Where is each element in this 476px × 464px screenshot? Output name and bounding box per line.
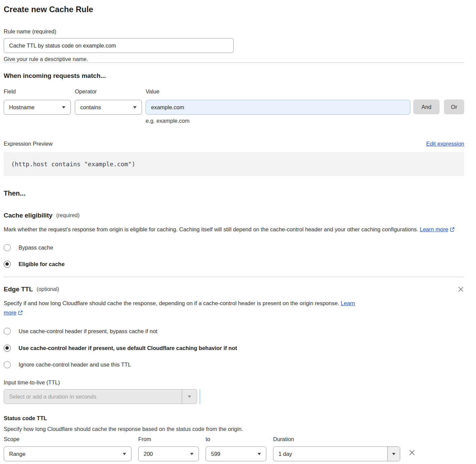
radio-icon[interactable] xyxy=(4,345,11,352)
chevron-down-icon xyxy=(392,453,395,455)
field-column: Field Hostname xyxy=(4,88,71,115)
status-code-ttl-heading: Status code TTL xyxy=(4,415,464,422)
and-button[interactable]: And xyxy=(413,99,440,114)
then-heading: Then... xyxy=(4,190,464,197)
to-label: to xyxy=(206,436,266,442)
from-select[interactable]: 200 xyxy=(138,446,199,461)
edge-ttl-header: Edge TTL (optional) xyxy=(4,286,464,293)
value-label: Value xyxy=(146,88,410,95)
edge-ttl-close-button[interactable] xyxy=(457,286,464,293)
cache-eligibility-description: Mark whether the request’s response from… xyxy=(4,225,464,234)
scope-select[interactable]: Range xyxy=(4,446,131,461)
rule-name-section: Rule name (required) Give your rule a de… xyxy=(4,28,464,62)
chevron-down-icon xyxy=(133,106,137,109)
chevron-down-icon xyxy=(190,453,194,455)
edge-ttl-heading: Edge TTL xyxy=(4,286,33,293)
learn-more-link[interactable]: Learn more xyxy=(420,226,448,232)
radio-option-label: Use cache-control header if present, byp… xyxy=(19,328,157,335)
rule-name-input[interactable] xyxy=(4,38,234,53)
optional-qualifier: (optional) xyxy=(37,286,59,292)
create-cache-rule-form: Create new Cache Rule Rule name (require… xyxy=(0,0,476,464)
from-column: From 200 xyxy=(138,436,199,461)
expression-code-text: (http.host contains "example.com") xyxy=(11,161,135,168)
scope-column: Scope Range xyxy=(4,436,131,461)
ttl-select-row: Select or add a duration in seconds xyxy=(4,389,464,404)
external-link-icon xyxy=(18,310,23,315)
to-select[interactable]: 599 xyxy=(206,446,266,461)
value-helper: e.g. example.com xyxy=(146,118,410,124)
field-select[interactable]: Hostname xyxy=(4,100,71,115)
expression-preview-label: Expression Preview xyxy=(4,141,53,147)
scope-label: Scope xyxy=(4,436,131,442)
radio-option-bypass-cache[interactable]: Bypass cache xyxy=(4,244,464,251)
chevron-down-icon xyxy=(258,453,261,455)
value-input[interactable] xyxy=(146,100,410,115)
duration-column: Duration 1 day xyxy=(273,436,400,461)
edit-expression-link[interactable]: Edit expression xyxy=(426,141,464,147)
close-icon xyxy=(457,286,464,293)
operator-label: Operator xyxy=(75,88,142,95)
match-expression-row: Field Hostname Operator contains Value e… xyxy=(4,88,464,124)
external-link-icon xyxy=(450,227,455,232)
status-code-ttl-row: Scope Range From 200 to 599 xyxy=(4,436,464,461)
duration-select-value: 1 day xyxy=(273,451,387,457)
scope-select-value: Range xyxy=(9,451,26,457)
operator-select-value: contains xyxy=(80,104,101,111)
duration-label: Duration xyxy=(273,436,400,442)
chevron-down-icon xyxy=(123,453,126,455)
rule-name-label: Rule name (required) xyxy=(4,28,464,35)
match-heading: When incoming requests match... xyxy=(4,72,464,80)
radio-icon[interactable] xyxy=(4,328,11,335)
radio-option-ignore-header[interactable]: Ignore cache-control header and use this… xyxy=(4,361,464,368)
page-title: Create new Cache Rule xyxy=(4,5,464,14)
cache-eligibility-heading: Cache eligibility xyxy=(4,212,53,219)
ttl-duration-select[interactable]: Select or add a duration in seconds xyxy=(4,389,197,404)
rule-name-helper: Give your rule a descriptive name. xyxy=(4,56,464,62)
label-spacer xyxy=(413,88,440,99)
radio-option-use-header-default[interactable]: Use cache-control header if present, use… xyxy=(4,345,464,352)
field-select-value: Hostname xyxy=(9,104,34,111)
to-column: to 599 xyxy=(206,436,266,461)
and-column: And xyxy=(413,88,440,114)
radio-option-eligible-for-cache[interactable]: Eligible for cache xyxy=(4,261,464,268)
delete-status-code-row-button[interactable] xyxy=(408,449,416,456)
from-label: From xyxy=(138,436,199,442)
ttl-select-placeholder: Select or add a duration in seconds xyxy=(4,389,182,404)
or-button[interactable]: Or xyxy=(444,99,464,114)
match-section: When incoming requests match... Field Ho… xyxy=(4,72,464,124)
expression-preview-header: Expression Preview Edit expression xyxy=(4,141,464,147)
cache-eligibility-description-text: Mark whether the request’s response from… xyxy=(4,226,418,232)
radio-option-label: Eligible for cache xyxy=(19,261,65,267)
radio-option-label: Use cache-control header if present, use… xyxy=(19,345,237,351)
chevron-down-icon xyxy=(62,106,65,109)
radio-icon[interactable] xyxy=(4,261,11,268)
to-select-value: 599 xyxy=(211,451,220,457)
close-icon xyxy=(408,449,416,456)
duration-select[interactable]: 1 day xyxy=(273,446,400,461)
text-cursor-indicator xyxy=(200,389,200,404)
radio-option-label: Bypass cache xyxy=(19,244,53,251)
operator-select[interactable]: contains xyxy=(75,100,142,115)
edge-ttl-description: Specify if and how long Cloudflare shoul… xyxy=(4,298,368,317)
radio-icon[interactable] xyxy=(4,244,11,251)
cache-eligibility-section: Cache eligibility (required) Mark whethe… xyxy=(4,212,464,268)
required-qualifier: (required) xyxy=(56,212,80,219)
from-select-value: 200 xyxy=(144,451,153,457)
status-code-ttl-description: Specify how long Cloudflare should cache… xyxy=(4,426,464,432)
radio-option-use-header-bypass[interactable]: Use cache-control header if present, byp… xyxy=(4,328,464,335)
radio-icon[interactable] xyxy=(4,361,11,368)
edge-ttl-section: Edge TTL (optional) Specify if and how l… xyxy=(4,286,464,461)
expression-preview-code: (http.host contains "example.com") xyxy=(4,152,464,176)
ttl-select-arrow[interactable] xyxy=(182,389,197,404)
edge-ttl-description-text: Specify if and how long Cloudflare shoul… xyxy=(4,300,339,306)
radio-option-label: Ignore cache-control header and use this… xyxy=(19,361,131,368)
section-divider xyxy=(4,62,464,63)
section-divider xyxy=(4,277,464,277)
chevron-down-icon xyxy=(188,396,191,398)
duration-select-arrow[interactable] xyxy=(387,447,400,461)
ttl-input-label: Input time-to-live (TTL) xyxy=(4,379,464,386)
edge-ttl-title-group: Edge TTL (optional) xyxy=(4,286,59,293)
label-spacer xyxy=(444,88,464,99)
field-label: Field xyxy=(4,88,71,95)
value-column: Value e.g. example.com xyxy=(146,88,410,124)
